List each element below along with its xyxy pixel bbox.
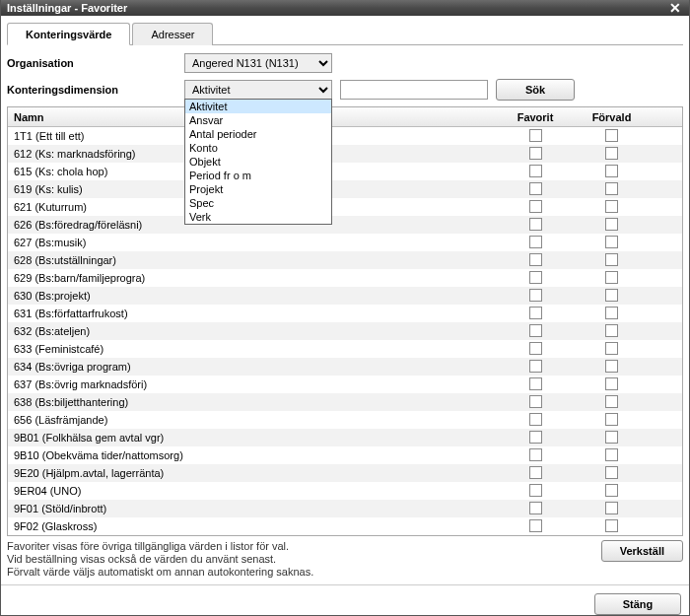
table-row[interactable]: 632 (Bs:ateljen) — [8, 322, 682, 340]
cell-name: 631 (Bs:författarfrukost) — [8, 308, 501, 319]
favorit-checkbox[interactable] — [529, 395, 542, 408]
table-row[interactable]: 9B01 (Folkhälsa gem avtal vgr) — [8, 429, 682, 446]
table-row[interactable]: 656 (Läsfrämjande) — [8, 411, 682, 429]
dimension-dropdown-list[interactable]: AktivitetAnsvarAntal perioderKontoObjekt… — [184, 99, 332, 225]
forvald-checkbox[interactable] — [605, 502, 618, 514]
table-row[interactable]: 619 (Ks: kulis) — [8, 180, 682, 198]
cell-favorit — [501, 484, 570, 499]
table-row[interactable]: 627 (Bs:musik) — [8, 234, 682, 251]
close-button[interactable]: Stäng — [594, 593, 681, 615]
cell-favorit — [501, 324, 570, 339]
table-row[interactable]: 9F02 (Glaskross) — [8, 517, 682, 535]
search-input[interactable] — [340, 80, 488, 100]
forvald-checkbox[interactable] — [605, 182, 618, 195]
forvald-checkbox[interactable] — [605, 218, 618, 231]
favorit-checkbox[interactable] — [529, 377, 542, 390]
forvald-checkbox[interactable] — [605, 200, 618, 213]
dimension-option[interactable]: Aktivitet — [185, 100, 331, 113]
favorit-checkbox[interactable] — [529, 413, 542, 426]
forvald-checkbox[interactable] — [605, 165, 618, 177]
table-row[interactable]: 631 (Bs:författarfrukost) — [8, 305, 682, 322]
forvald-checkbox[interactable] — [605, 253, 618, 266]
table-row[interactable]: 629 (Bs:barn/familjeprogra) — [8, 269, 682, 287]
cell-name: 9ER04 (UNO) — [8, 485, 501, 497]
dimension-option[interactable]: Antal perioder — [185, 127, 331, 141]
forvald-checkbox[interactable] — [605, 395, 618, 408]
favorit-checkbox[interactable] — [529, 431, 542, 444]
favorit-checkbox[interactable] — [529, 502, 542, 514]
tab-strip: Konteringsvärde Adresser — [7, 22, 683, 45]
table-row[interactable]: 633 (Feministcafé) — [8, 340, 682, 358]
table-row[interactable]: 9ER04 (UNO) — [8, 482, 682, 500]
dimension-select[interactable]: Aktivitet — [184, 80, 332, 100]
forvald-checkbox[interactable] — [605, 360, 618, 373]
favorit-checkbox[interactable] — [529, 182, 542, 195]
favorit-checkbox[interactable] — [529, 147, 542, 160]
forvald-checkbox[interactable] — [605, 466, 618, 479]
dimension-option[interactable]: Ansvar — [185, 113, 331, 127]
col-header-forvald[interactable]: Förvald — [570, 111, 654, 123]
favorit-checkbox[interactable] — [529, 484, 542, 497]
dimension-option[interactable]: Period fr o m — [185, 169, 331, 182]
dimension-option[interactable]: Spec — [185, 196, 331, 210]
tab-adresser[interactable]: Adresser — [132, 23, 213, 45]
forvald-checkbox[interactable] — [605, 129, 618, 142]
table-row[interactable]: 630 (Bs:projekt) — [8, 287, 682, 305]
forvald-checkbox[interactable] — [605, 289, 618, 302]
forvald-checkbox[interactable] — [605, 147, 618, 160]
forvald-checkbox[interactable] — [605, 413, 618, 426]
forvald-checkbox[interactable] — [605, 271, 618, 284]
table-row[interactable]: 626 (Bs:föredrag/föreläsni) — [8, 216, 682, 234]
forvald-checkbox[interactable] — [605, 236, 618, 248]
dimension-option[interactable]: Konto — [185, 141, 331, 155]
forvald-checkbox[interactable] — [605, 307, 618, 319]
dimension-option[interactable]: Verk — [185, 210, 331, 224]
table-row[interactable]: 621 (Kuturrum) — [8, 198, 682, 216]
favorit-checkbox[interactable] — [529, 360, 542, 373]
cell-forvald — [570, 395, 654, 410]
favorit-checkbox[interactable] — [529, 519, 542, 532]
cell-name: 633 (Feministcafé) — [8, 343, 501, 355]
search-button[interactable]: Sök — [496, 79, 575, 101]
forvald-checkbox[interactable] — [605, 519, 618, 532]
favorit-checkbox[interactable] — [529, 448, 542, 461]
favorit-checkbox[interactable] — [529, 218, 542, 231]
favorit-checkbox[interactable] — [529, 236, 542, 248]
cell-name: 630 (Bs:projekt) — [8, 290, 501, 302]
cell-forvald — [570, 236, 654, 250]
table-row[interactable]: 638 (Bs:biljetthantering) — [8, 393, 682, 411]
table-row[interactable]: 9B10 (Obekväma tider/nattomsorg) — [8, 446, 682, 464]
apply-button[interactable]: Verkställ — [601, 540, 683, 562]
forvald-checkbox[interactable] — [605, 448, 618, 461]
table-row[interactable]: 634 (Bs:övriga program) — [8, 358, 682, 376]
favorit-checkbox[interactable] — [529, 271, 542, 284]
tab-konteringsvarde[interactable]: Konteringsvärde — [7, 23, 130, 45]
favorit-checkbox[interactable] — [529, 165, 542, 177]
favorit-checkbox[interactable] — [529, 466, 542, 479]
forvald-checkbox[interactable] — [605, 324, 618, 337]
table-row[interactable]: 9F01 (Stöld/inbrott) — [8, 500, 682, 517]
table-row[interactable]: 615 (Ks: chola hop) — [8, 163, 682, 180]
favorit-checkbox[interactable] — [529, 324, 542, 337]
favorit-checkbox[interactable] — [529, 253, 542, 266]
table-row[interactable]: 628 (Bs:utställningar) — [8, 251, 682, 269]
table-row[interactable]: 612 (Ks: marknadsföring) — [8, 145, 682, 163]
forvald-checkbox[interactable] — [605, 377, 618, 390]
forvald-checkbox[interactable] — [605, 484, 618, 497]
table-row[interactable]: 9E20 (Hjälpm.avtal, lagerränta) — [8, 464, 682, 482]
forvald-checkbox[interactable] — [605, 342, 618, 355]
table-row[interactable]: 637 (Bs:övrig marknadsföri) — [8, 376, 682, 393]
favorit-checkbox[interactable] — [529, 342, 542, 355]
table-row[interactable]: 1T1 (Ett till ett) — [8, 127, 682, 145]
favorit-checkbox[interactable] — [529, 129, 542, 142]
favorit-checkbox[interactable] — [529, 307, 542, 319]
dimension-option[interactable]: Projekt — [185, 182, 331, 196]
forvald-checkbox[interactable] — [605, 431, 618, 444]
dimension-option[interactable]: Objekt — [185, 155, 331, 169]
col-header-favorit[interactable]: Favorit — [501, 111, 570, 123]
favorit-checkbox[interactable] — [529, 200, 542, 213]
favorit-checkbox[interactable] — [529, 289, 542, 302]
organisation-select[interactable]: Angered N131 (N131) — [184, 53, 332, 73]
table-body[interactable]: 1T1 (Ett till ett)612 (Ks: marknadsförin… — [8, 127, 682, 535]
close-icon[interactable]: ✕ — [667, 0, 683, 16]
